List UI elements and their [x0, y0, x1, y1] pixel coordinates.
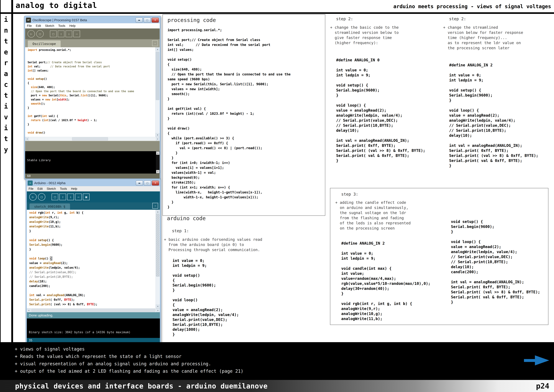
- scroll-left-icon[interactable]: ◀: [25, 137, 29, 141]
- scroll-thumb[interactable]: [31, 309, 155, 312]
- text-line: [173, 268, 239, 273]
- save-sketch-button[interactable]: ⇩: [67, 194, 74, 200]
- text-line: [167, 121, 291, 126]
- text-line: Binary sketch size: 3842 bytes (of a 143…: [29, 330, 160, 335]
- code-line: }: [28, 122, 155, 126]
- horizontal-scrollbar[interactable]: ◀ ▶: [25, 137, 160, 141]
- vertical-letter: v: [1, 112, 11, 122]
- open-sketch-button[interactable]: ⇧: [58, 30, 64, 37]
- tab-menu-icon[interactable]: ⇨: [152, 40, 158, 46]
- scroll-thumb[interactable]: [156, 214, 159, 277]
- text-line: + output of the led aimed at 2 LED flash…: [15, 367, 243, 375]
- arduino-code-editor[interactable]: void rgb(int r, int g, int b) {analogWri…: [27, 210, 160, 308]
- tab-oscilloscope[interactable]: Oscilloscope: [28, 41, 61, 47]
- tab-sketch[interactable]: sketch_090108h §: [29, 203, 70, 210]
- scroll-down-icon[interactable]: ▼: [156, 305, 160, 308]
- console-partial-line: Stable Library: [27, 158, 160, 163]
- menu-item[interactable]: Sketch: [47, 187, 56, 190]
- sidebar-vertical-label: interactivity: [1, 14, 11, 155]
- menu-item[interactable]: Tools: [58, 24, 65, 28]
- text-line: int val = analogRead(ANALOG_IN);: [336, 138, 425, 143]
- text-line: int ledpin = 9;: [449, 78, 538, 83]
- scroll-right-icon[interactable]: ▶: [156, 137, 160, 141]
- open-sketch-button[interactable]: ⇧: [59, 194, 66, 200]
- scroll-thumb[interactable]: [156, 52, 159, 100]
- scroll-down-icon[interactable]: ▼: [156, 133, 159, 137]
- text-line: val = (port.read() << 8) | (port.read())…: [167, 146, 291, 151]
- footer-title: physical devices and interface boards - …: [15, 382, 268, 390]
- tab-menu-icon[interactable]: ⇨: [152, 203, 158, 209]
- code-line: void setup(): [28, 77, 155, 81]
- text-line: version below for faster response: [443, 30, 523, 35]
- console-scrollbar[interactable]: ▲ ▼: [156, 151, 160, 174]
- minimize-button[interactable]: ▬: [136, 18, 143, 23]
- text-line: + views of signal voltages: [15, 345, 243, 353]
- step2a-code-listing: #define ANALOG_IN 0 int value = 0;int le…: [336, 57, 425, 163]
- vertical-scrollbar[interactable]: ▲ ▼: [156, 210, 160, 308]
- text-line: values = new int[width];: [167, 87, 291, 91]
- menu-item[interactable]: File: [27, 24, 32, 28]
- text-line: ========================================…: [27, 172, 160, 174]
- text-line: int val = analogRead(ANALOG_IN);: [449, 143, 538, 148]
- maximize-button[interactable]: ▢: [144, 18, 151, 23]
- menu-item[interactable]: Edit: [38, 187, 43, 190]
- text-line: void loop() {: [336, 103, 425, 108]
- new-sketch-button[interactable]: □: [52, 194, 58, 200]
- text-line: [167, 33, 291, 37]
- text-line: void rgb(int r, int g, int b) {: [341, 301, 430, 306]
- scroll-up-icon[interactable]: ▲: [156, 210, 160, 214]
- stop-button[interactable]: □: [36, 30, 44, 38]
- vertical-scrollbar[interactable]: ▲ ▼: [155, 47, 160, 137]
- verify-button[interactable]: ▷: [29, 193, 37, 201]
- text-line: from the arduino board (pin 0) to: [164, 242, 262, 247]
- scroll-down-icon[interactable]: ▼: [156, 170, 159, 173]
- menu-item[interactable]: Sketch: [45, 24, 54, 28]
- arduino-titlebar[interactable]: ∞ Arduino - 0012 Alpha ▬▢✕: [27, 180, 160, 186]
- processing-code-editor[interactable]: import processing.serial.*; Serial port;…: [25, 47, 160, 137]
- scroll-up-icon[interactable]: ▲: [156, 47, 159, 51]
- scroll-thumb[interactable]: [72, 137, 108, 140]
- serial-monitor-button[interactable]: ▣: [83, 194, 90, 200]
- horizontal-scrollbar[interactable]: ◀ ▶: [27, 308, 160, 312]
- close-button[interactable]: ✕: [152, 18, 159, 23]
- save-sketch-button[interactable]: ⇩: [66, 30, 72, 37]
- status-line-number: 35: [29, 339, 32, 342]
- text-line: stroke(255);: [167, 180, 291, 185]
- code-line: Serial port;// Create object from Serial…: [28, 60, 155, 64]
- text-line: [341, 246, 430, 251]
- processing-window: 8P Oscilloscope | Processing 0157 Beta ▬…: [24, 16, 161, 180]
- text-line: + change the streamlined: [443, 25, 523, 30]
- text-line: Serial.begin(9600);: [336, 88, 425, 93]
- text-line: smooth();: [167, 91, 291, 97]
- text-line: analogWrite(ledpin, value/4);: [336, 113, 425, 118]
- stop-button[interactable]: □: [38, 193, 45, 201]
- text-line: Serial.print( val & 0xff, BYTE);: [449, 158, 538, 163]
- minimize-button[interactable]: ▬: [136, 181, 143, 185]
- text-line: // Serial.print(value,DEC);: [451, 254, 540, 259]
- processing-status-bar: 60: [25, 174, 160, 178]
- export-button[interactable]: ⇨: [73, 30, 80, 37]
- new-sketch-button[interactable]: □: [50, 30, 57, 37]
- run-button[interactable]: ▷: [28, 30, 35, 38]
- scroll-left-icon[interactable]: ◀: [27, 308, 31, 312]
- menu-item[interactable]: Help: [71, 187, 77, 190]
- menu-item[interactable]: Help: [69, 24, 76, 28]
- text-line: [336, 78, 425, 83]
- processing-titlebar[interactable]: 8P Oscilloscope | Processing 0157 Beta ▬…: [25, 17, 160, 23]
- maximize-button[interactable]: ▢: [144, 181, 151, 185]
- code-line: }: [29, 229, 155, 233]
- upload-button[interactable]: ⇨: [75, 194, 82, 200]
- text-line: int ledpin = 9;: [173, 263, 239, 268]
- scroll-up-icon[interactable]: ▲: [156, 151, 159, 155]
- menu-item[interactable]: Tools: [60, 187, 67, 190]
- code-line: }: [28, 106, 155, 110]
- text-line: values[i] = values[i+1];: [167, 165, 291, 170]
- close-button[interactable]: ✕: [152, 181, 159, 185]
- menu-item[interactable]: File: [28, 187, 34, 190]
- text-line: Processing through serial communication.: [164, 247, 262, 252]
- text-line: Serial.print(value,DEC);: [173, 317, 239, 322]
- scroll-right-icon[interactable]: ▶: [156, 308, 160, 312]
- menu-item[interactable]: Edit: [36, 24, 41, 28]
- vertical-letter: t: [1, 90, 11, 101]
- code-line: // Open the port that the board is conne…: [28, 89, 155, 93]
